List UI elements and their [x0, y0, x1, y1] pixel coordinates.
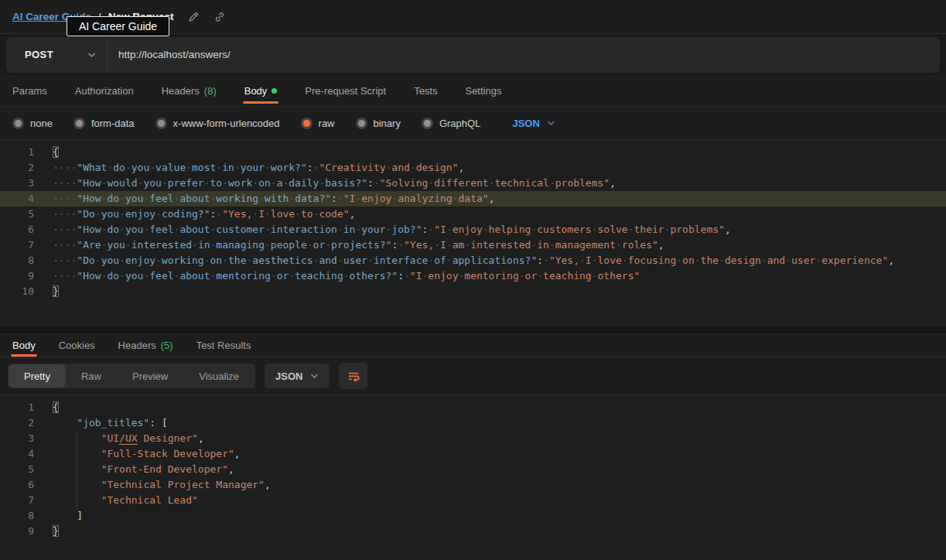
tab-authorization[interactable]: Authorization [75, 75, 134, 106]
radio-icon [422, 118, 433, 129]
view-preview-button[interactable]: Preview [117, 364, 183, 388]
tab-headers[interactable]: Headers (8) [162, 75, 217, 106]
view-visualize-button[interactable]: Visualize [183, 364, 254, 388]
code-line-5[interactable]: 5····"Do·you·enjoy·coding?":·"Yes,·I·lov… [0, 207, 946, 222]
response-body-editor[interactable]: 1{2 "job_titles": [3 "UI/UX Designer",4 … [0, 394, 946, 560]
line-number: 9 [0, 524, 34, 539]
response-tab-body[interactable]: Body [12, 334, 36, 357]
response-tab-headers[interactable]: Headers (5) [118, 334, 173, 357]
body-modified-dot-icon [272, 88, 277, 94]
code-line-4[interactable]: 4 "Full-Stack Developer", [0, 446, 946, 462]
request-language-select[interactable]: JSON [512, 118, 555, 129]
line-number: 6 [0, 222, 34, 237]
method-label: POST [25, 49, 87, 60]
code-line-7[interactable]: 7····"Are·you·interested·in·managing·peo… [0, 237, 946, 253]
line-number: 6 [0, 477, 34, 493]
tab-body[interactable]: Body [244, 75, 278, 106]
code-line-6[interactable]: 6 "Technical Project Manager", [0, 477, 946, 493]
line-number: 7 [0, 237, 34, 253]
tab-pre-request-script[interactable]: Pre-request Script [305, 75, 386, 106]
radio-icon [356, 118, 367, 129]
response-language-select[interactable]: JSON [265, 364, 330, 388]
radio-icon [155, 118, 167, 129]
line-number: 5 [0, 207, 34, 222]
view-pretty-button[interactable]: Pretty [9, 364, 66, 388]
headers-count-badge: (8) [204, 85, 217, 97]
code-line-1[interactable]: 1{ [0, 145, 946, 160]
line-number: 3 [0, 176, 34, 191]
line-number: 7 [0, 493, 34, 508]
code-line-9[interactable]: 9····"How·do·you·feel·about·mentoring·or… [0, 268, 946, 284]
wrap-text-button[interactable] [339, 363, 367, 389]
line-number: 4 [0, 191, 34, 207]
body-type-row: none form-data x-www-form-urlencoded raw… [0, 107, 946, 140]
radio-selected-icon [301, 118, 312, 129]
line-number: 1 [0, 400, 34, 415]
tab-settings[interactable]: Settings [465, 75, 501, 106]
code-line-4[interactable]: 4····"How·do·you·feel·about·working·with… [0, 191, 946, 207]
panel-resize-handle[interactable] [0, 325, 946, 334]
url-input[interactable]: http://localhost/answers/ [118, 49, 940, 60]
pencil-icon [187, 11, 200, 23]
code-line-6[interactable]: 6····"How·do·you·feel·about·customer·int… [0, 222, 946, 237]
request-url-bar: POST http://localhost/answers/ [6, 37, 940, 73]
radio-graphql[interactable]: GraphQL [422, 118, 480, 129]
radio-icon [73, 118, 85, 129]
line-number: 2 [0, 160, 34, 176]
view-raw-button[interactable]: Raw [66, 364, 117, 388]
radio-binary[interactable]: binary [356, 118, 401, 129]
line-number: 8 [0, 253, 34, 268]
response-tabs: Body Cookies Headers (5) Test Results [0, 334, 946, 357]
edit-name-button[interactable] [187, 11, 200, 23]
radio-raw[interactable]: raw [301, 118, 335, 129]
code-line-10[interactable]: 10} [0, 284, 946, 299]
request-body-editor[interactable]: 1{2····"What·do·you·value·most·in·your·w… [0, 140, 946, 325]
response-headers-count-badge: (5) [161, 340, 173, 351]
code-line-1[interactable]: 1{ [0, 400, 946, 415]
response-view-switch: Pretty Raw Preview Visualize [8, 364, 255, 388]
chevron-down-icon [547, 120, 555, 126]
line-number: 3 [0, 431, 34, 446]
link-icon [213, 11, 226, 23]
radio-none[interactable]: none [12, 118, 53, 129]
response-tab-cookies[interactable]: Cookies [59, 334, 95, 357]
line-number: 8 [0, 508, 34, 524]
code-line-8[interactable]: 8 ] [0, 508, 946, 524]
line-number: 10 [0, 284, 34, 299]
request-tabs: Params Authorization Headers (8) Body Pr… [0, 75, 946, 107]
line-number: 1 [0, 145, 34, 160]
wrap-text-icon [347, 369, 360, 383]
copy-link-button[interactable] [213, 11, 226, 23]
code-line-8[interactable]: 8····"Do·you·enjoy·working·on·the·aesthe… [0, 253, 946, 268]
code-line-7[interactable]: 7 "Technical Lead" [0, 493, 946, 508]
radio-x-www-form-urlencoded[interactable]: x-www-form-urlencoded [155, 118, 280, 129]
response-toolbar: Pretty Raw Preview Visualize JSON [0, 357, 946, 394]
radio-form-data[interactable]: form-data [73, 118, 135, 129]
radio-icon [12, 118, 24, 129]
collection-tooltip: AI Career Guide [67, 16, 169, 36]
code-line-3[interactable]: 3 "UI/UX Designer", [0, 431, 946, 446]
chevron-down-icon [310, 373, 319, 379]
line-number: 9 [0, 268, 34, 284]
code-line-2[interactable]: 2····"What·do·you·value·most·in·your·wor… [0, 160, 946, 176]
line-number: 5 [0, 462, 34, 477]
tab-params[interactable]: Params [12, 75, 47, 106]
tab-tests[interactable]: Tests [414, 75, 437, 106]
url-divider [107, 37, 108, 73]
code-line-5[interactable]: 5 "Front-End Developer", [0, 462, 946, 477]
line-number: 4 [0, 446, 34, 462]
code-line-2[interactable]: 2 "job_titles": [ [0, 415, 946, 431]
request-url-band: POST http://localhost/answers/ [0, 34, 946, 75]
chevron-down-icon [87, 52, 96, 58]
code-line-9[interactable]: 9} [0, 524, 946, 539]
line-number: 2 [0, 415, 34, 431]
method-select[interactable]: POST [6, 37, 107, 73]
response-tab-test-results[interactable]: Test Results [196, 334, 251, 357]
code-line-3[interactable]: 3····"How·would·you·prefer·to·work·on·a·… [0, 176, 946, 191]
